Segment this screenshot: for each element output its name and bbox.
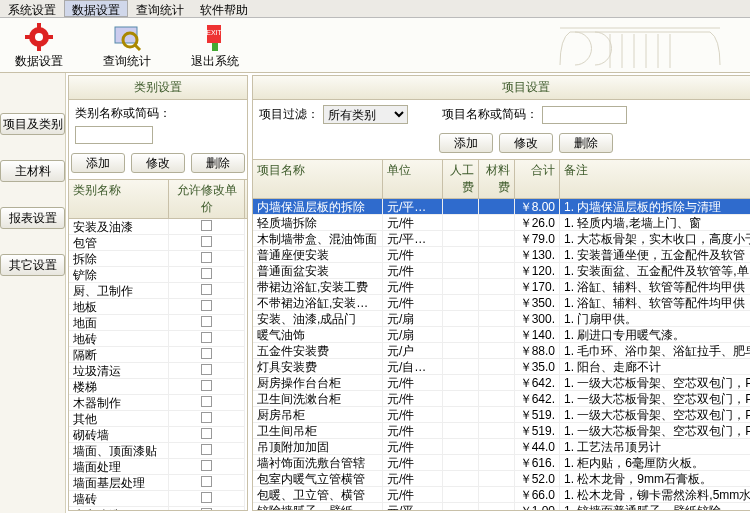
category-row[interactable]: 包管	[69, 235, 247, 251]
tb-exit[interactable]: EXIT 退出系统	[191, 21, 239, 70]
project-row[interactable]: 厨房吊柜元/件￥519.1. 一级大芯板骨架、空芯双包门，PVC收	[253, 407, 750, 423]
project-row[interactable]: 带裙边浴缸,安装工费元/件￥170.1. 浴缸、辅料、软管等配件均甲供	[253, 279, 750, 295]
filter-label: 项目过滤：	[259, 106, 319, 123]
category-row[interactable]: 厨、卫制作	[69, 283, 247, 299]
category-row[interactable]: 木器制作	[69, 395, 247, 411]
category-row[interactable]: 拆除	[69, 251, 247, 267]
project-row[interactable]: 轻质墙拆除元/件￥26.01. 轻质内墙,老墙上门、窗	[253, 215, 750, 231]
category-row[interactable]: 垃圾清运	[69, 363, 247, 379]
project-row[interactable]: 安装、油漆,成品门元/扇￥300.1. 门扇甲供。	[253, 311, 750, 327]
category-panel: 类别设置 类别名称或简码： 添加 修改 删除 类别名称允许修改单价 安装及油漆包…	[68, 75, 248, 511]
project-row[interactable]: 包暖、卫立管、横管元/件￥66.01. 松木龙骨，铆卡需然涂料,5mm水泥压力	[253, 487, 750, 503]
magnifier-icon	[111, 21, 143, 53]
category-title: 类别设置	[69, 76, 247, 100]
category-add-btn[interactable]: 添加	[71, 153, 125, 173]
category-row[interactable]: 地砖	[69, 331, 247, 347]
category-row[interactable]: 水电改造	[69, 507, 247, 510]
project-row[interactable]: 普通座便安装元/件￥130.1. 安装普通坐便，五金配件及软管	[253, 247, 750, 263]
project-grid[interactable]: 项目名称 单位 人工费 材料费 合计 备注 内墙保温层板的拆除元/平方米￥8.0…	[253, 159, 750, 510]
side-btn-reports[interactable]: 报表设置	[0, 207, 65, 229]
side-btn-other[interactable]: 其它设置	[0, 254, 65, 276]
filter-select[interactable]: 所有类别	[323, 105, 408, 124]
category-row[interactable]: 墙面处理	[69, 459, 247, 475]
side-btn-items[interactable]: 项目及类别	[0, 113, 65, 135]
decorative-column-icon	[540, 20, 740, 70]
side-nav: 项目及类别 主材料 报表设置 其它设置	[0, 73, 66, 513]
category-row[interactable]: 楼梯	[69, 379, 247, 395]
project-row[interactable]: 不带裙边浴缸,安装工费元/件￥350.1. 浴缸、辅料、软管等配件均甲供	[253, 295, 750, 311]
category-row[interactable]: 墙面基层处理	[69, 475, 247, 491]
project-title: 项目设置	[253, 76, 750, 100]
toolbar: 数据设置 查询统计 EXIT 退出系统	[0, 18, 750, 73]
category-row[interactable]: 砌砖墙	[69, 427, 247, 443]
category-search-input[interactable]	[75, 126, 153, 144]
project-edit-btn[interactable]: 修改	[499, 133, 553, 153]
category-label: 类别名称或简码：	[75, 105, 171, 122]
project-row[interactable]: 内墙保温层板的拆除元/平方米￥8.001. 内墙保温层板的拆除与清理	[253, 199, 750, 215]
menu-query[interactable]: 查询统计	[128, 0, 192, 17]
category-edit-btn[interactable]: 修改	[131, 153, 185, 173]
svg-line-8	[135, 45, 140, 50]
project-row[interactable]: 灯具安装费元/自然间￥35.01. 阳台、走廊不计	[253, 359, 750, 375]
project-row[interactable]: 木制墙带盒、混油饰面元/平方米￥79.01. 大芯板骨架，实木收口，高度小于	[253, 231, 750, 247]
project-row[interactable]: 暖气油饰元/扇￥140.1. 刷进口专用暖气漆。	[253, 327, 750, 343]
category-row[interactable]: 隔断	[69, 347, 247, 363]
menu-system[interactable]: 系统设置	[0, 0, 64, 17]
project-name-label: 项目名称或简码：	[442, 106, 538, 123]
project-search-input[interactable]	[542, 106, 627, 124]
menu-help[interactable]: 软件帮助	[192, 0, 256, 17]
category-row[interactable]: 地板	[69, 299, 247, 315]
menubar: 系统设置 数据设置 查询统计 软件帮助	[0, 0, 750, 18]
tb-data-settings[interactable]: 数据设置	[15, 21, 63, 70]
gear-icon	[23, 21, 55, 53]
project-row[interactable]: 卫生间洗漱台柜元/件￥642.1. 一级大芯板骨架、空芯双包门，PVC收	[253, 391, 750, 407]
category-row[interactable]: 安装及油漆	[69, 219, 247, 235]
project-row[interactable]: 普通面盆安装元/件￥120.1. 安装面盆、五金配件及软管等,单	[253, 263, 750, 279]
category-grid[interactable]: 类别名称允许修改单价 安装及油漆包管拆除铲除厨、卫制作地板地面地砖隔断垃圾清运楼…	[69, 179, 247, 510]
project-del-btn[interactable]: 删除	[559, 133, 613, 153]
project-row[interactable]: 铲除墙腻子、壁纸元/平方米￥1.001. 铲墙面普通腻子、壁纸铲除。	[253, 503, 750, 510]
project-add-btn[interactable]: 添加	[439, 133, 493, 153]
project-row[interactable]: 吊顶附加加固元/件￥44.01. 工艺法吊顶另计	[253, 439, 750, 455]
category-row[interactable]: 墙砖	[69, 491, 247, 507]
side-btn-materials[interactable]: 主材料	[0, 160, 65, 182]
project-row[interactable]: 包室内暖气立管横管元/件￥52.01. 松木龙骨，9mm石膏板。	[253, 471, 750, 487]
project-row[interactable]: 五金件安装费元/户￥88.01. 毛巾环、浴巾架、浴缸拉手、肥皂	[253, 343, 750, 359]
tb-query[interactable]: 查询统计	[103, 21, 151, 70]
svg-text:EXIT: EXIT	[206, 29, 222, 36]
project-row[interactable]: 厨房操作台台柜元/件￥642.1. 一级大芯板骨架、空芯双包门，PVC收	[253, 375, 750, 391]
category-row[interactable]: 铲除	[69, 267, 247, 283]
category-del-btn[interactable]: 删除	[191, 153, 245, 173]
category-row[interactable]: 其他	[69, 411, 247, 427]
category-row[interactable]: 地面	[69, 315, 247, 331]
project-panel: 项目设置 项目过滤： 所有类别 项目名称或简码： 添加 修改 删除 项目名称 单…	[252, 75, 750, 511]
menu-data[interactable]: 数据设置	[64, 0, 128, 17]
exit-icon: EXIT	[199, 21, 231, 53]
project-row[interactable]: 卫生间吊柜元/件￥519.1. 一级大芯板骨架、空芯双包门，PVC收	[253, 423, 750, 439]
category-row[interactable]: 墙面、顶面漆贴	[69, 443, 247, 459]
svg-point-1	[35, 33, 43, 41]
project-row[interactable]: 墙衬饰面洗敷台管辖元/件￥616.1. 柜内贴，6毫厘防火板。	[253, 455, 750, 471]
